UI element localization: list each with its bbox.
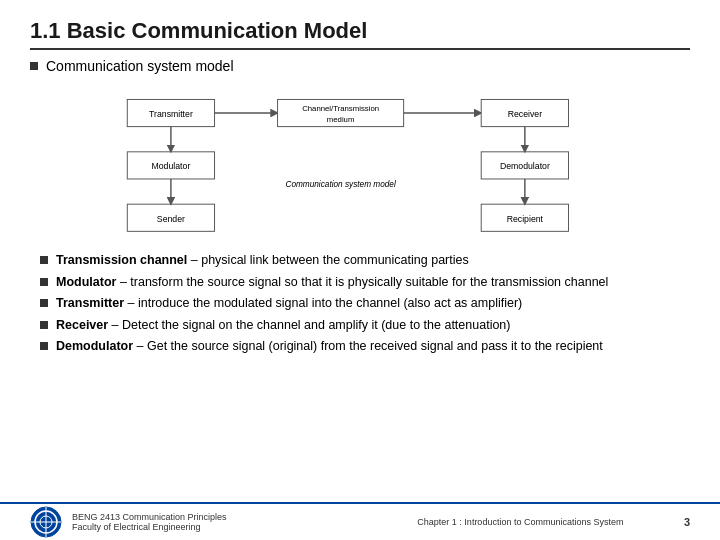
- footer-line2: Faculty of Electrical Engineering: [72, 522, 227, 532]
- subtitle-row: Communication system model: [30, 58, 690, 74]
- bullet-icon-3: [40, 299, 48, 307]
- footer-line1: BENG 2413 Communication Principles: [72, 512, 227, 522]
- svg-text:Recipient: Recipient: [507, 214, 544, 224]
- footer-page: 3: [684, 516, 690, 528]
- rest-1: – physical link between the communicatin…: [187, 253, 468, 267]
- svg-text:Modulator: Modulator: [152, 161, 191, 171]
- rest-3: – introduce the modulated signal into th…: [124, 296, 522, 310]
- footer: BENG 2413 Communication Principles Facul…: [0, 502, 720, 540]
- term-5: Demodulator: [56, 339, 133, 353]
- bullet-item-3: Transmitter – introduce the modulated si…: [40, 295, 690, 313]
- svg-text:Transmitter: Transmitter: [149, 109, 193, 119]
- bullet-item-1: Transmission channel – physical link bet…: [40, 252, 690, 270]
- bullet-text-2: Modulator – transform the source signal …: [56, 274, 690, 292]
- university-logo: [30, 506, 62, 538]
- svg-text:Sender: Sender: [157, 214, 185, 224]
- term-3: Transmitter: [56, 296, 124, 310]
- bullet-item-2: Modulator – transform the source signal …: [40, 274, 690, 292]
- slide-container: 1.1 Basic Communication Model Communicat…: [0, 0, 720, 540]
- bullet-icon-5: [40, 342, 48, 350]
- bullet-text-4: Receiver – Detect the signal on the chan…: [56, 317, 690, 335]
- rest-2: – transform the source signal so that it…: [116, 275, 608, 289]
- term-4: Receiver: [56, 318, 108, 332]
- slide-subtitle: Communication system model: [46, 58, 234, 74]
- subtitle-bullet: [30, 62, 38, 70]
- bullet-text-3: Transmitter – introduce the modulated si…: [56, 295, 690, 313]
- bullet-item-4: Receiver – Detect the signal on the chan…: [40, 317, 690, 335]
- svg-text:Receiver: Receiver: [508, 109, 542, 119]
- footer-text-block: BENG 2413 Communication Principles Facul…: [72, 512, 227, 532]
- svg-text:medium: medium: [327, 115, 355, 124]
- svg-text:Channel/Transmission: Channel/Transmission: [302, 104, 379, 113]
- rest-5: – Get the source signal (original) from …: [133, 339, 603, 353]
- communication-diagram: Transmitter Channel/Transmission medium …: [70, 82, 650, 242]
- bullets-section: Transmission channel – physical link bet…: [30, 252, 690, 530]
- term-1: Transmission channel: [56, 253, 187, 267]
- diagram-area: Transmitter Channel/Transmission medium …: [30, 82, 690, 242]
- svg-text:Communication system model: Communication system model: [285, 180, 396, 189]
- bullet-icon-1: [40, 256, 48, 264]
- bullet-text-1: Transmission channel – physical link bet…: [56, 252, 690, 270]
- rest-4: – Detect the signal on the channel and a…: [108, 318, 510, 332]
- bullet-text-5: Demodulator – Get the source signal (ori…: [56, 338, 690, 356]
- footer-chapter: Chapter 1 : Introduction to Communicatio…: [357, 517, 684, 527]
- svg-text:Demodulator: Demodulator: [500, 161, 550, 171]
- bullet-icon-4: [40, 321, 48, 329]
- slide-title: 1.1 Basic Communication Model: [30, 18, 690, 50]
- bullet-item-5: Demodulator – Get the source signal (ori…: [40, 338, 690, 356]
- term-2: Modulator: [56, 275, 116, 289]
- footer-left: BENG 2413 Communication Principles Facul…: [30, 506, 357, 538]
- bullet-icon-2: [40, 278, 48, 286]
